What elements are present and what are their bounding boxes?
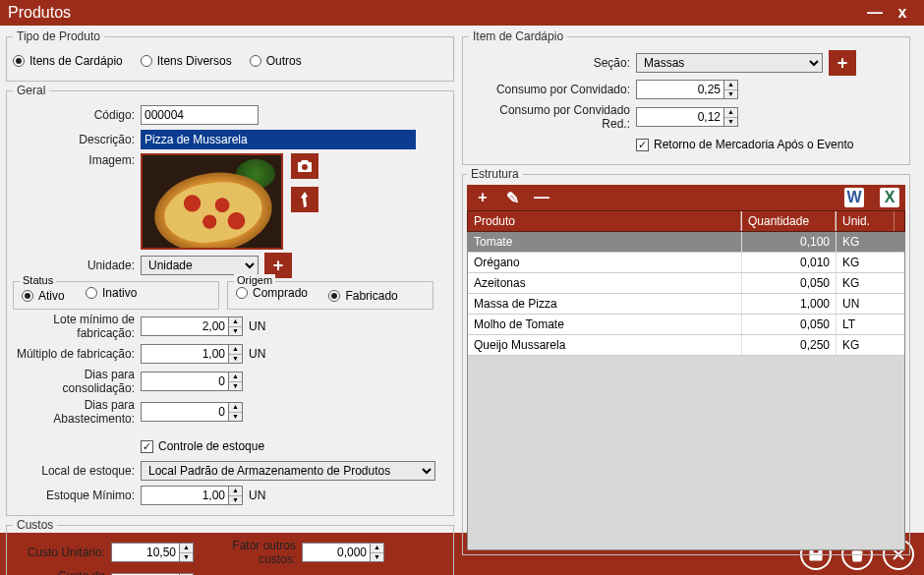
geral-legend: Geral [13, 84, 49, 97]
toolbar-edit-button[interactable]: ✎ [502, 188, 522, 207]
multiplo-label: Múltiplo de fabricação: [13, 347, 141, 361]
consumo-label: Consumo por Convidado: [469, 83, 636, 96]
col-unidade[interactable]: Unid. [836, 211, 895, 231]
estoque-min-unit: UN [249, 489, 272, 502]
cell-quantidade: 1,000 [741, 294, 836, 314]
radio-fabricado[interactable]: Fabricado [328, 289, 397, 303]
window-title: Produtos [8, 4, 861, 22]
fator-label: Fator outros custos: [194, 539, 302, 566]
unidade-select[interactable]: Unidade [141, 256, 259, 275]
codigo-label: Código: [13, 108, 141, 122]
custo-unitario-label: Custo Unitário: [13, 546, 111, 559]
titlebar: Produtos — x [0, 0, 924, 26]
close-button[interactable]: x [889, 4, 916, 22]
diasconsol-label: Dias para consolidação: [13, 368, 141, 395]
codigo-input[interactable] [141, 105, 259, 125]
local-estoque-label: Local de estoque: [13, 464, 141, 478]
col-quantidade[interactable]: Quantidade [741, 211, 836, 231]
tipo-produto-legend: Tipo de Produto [13, 29, 104, 43]
cell-produto: Molho de Tomate [468, 315, 741, 334]
cell-produto: Azeitonas [468, 273, 741, 293]
unidade-label: Unidade: [13, 259, 141, 272]
minimize-button[interactable]: — [861, 4, 889, 22]
estrutura-grid-header: Produto Quantidade Unid. [467, 210, 905, 232]
lote-input[interactable]: ▲▼ [141, 316, 243, 336]
custos-legend: Custos [13, 518, 57, 532]
descricao-label: Descrição: [13, 133, 141, 146]
radio-comprado[interactable]: Comprado [236, 286, 308, 300]
cell-unidade: KG [836, 232, 895, 252]
estrutura-toolbar: + ✎ — W X [467, 185, 905, 210]
cell-produto: Tomate [468, 232, 741, 252]
tipo-produto-group: Tipo de Produto Itens de Cardápio Itens … [6, 29, 454, 82]
estrutura-grid-body[interactable]: Tomate0,100KGOrégano0,010KGAzeitonas0,05… [467, 232, 905, 550]
multiplo-unit: UN [249, 347, 272, 361]
camera-button[interactable] [291, 153, 318, 179]
consumo-red-input[interactable]: ▲▼ [636, 107, 738, 127]
col-produto[interactable]: Produto [468, 211, 741, 231]
cell-unidade: KG [836, 273, 895, 293]
consumo-red-label: Consumo por Convidado Red.: [469, 103, 636, 131]
plus-icon: + [837, 53, 848, 74]
cell-unidade: UN [836, 294, 895, 314]
cell-produto: Massa de Pizza [468, 294, 741, 314]
estoque-min-label: Estoque Mínimo: [13, 489, 141, 502]
cell-unidade: LT [836, 315, 895, 334]
toolbar-add-button[interactable]: + [473, 188, 492, 207]
cell-quantidade: 0,100 [741, 232, 836, 252]
lote-label: Lote mínimo de fabricação: [13, 313, 141, 340]
export-word-button[interactable]: W [844, 188, 864, 207]
imagem-preview[interactable] [141, 153, 283, 250]
secao-select[interactable]: Massas [636, 53, 823, 73]
multiplo-input[interactable]: ▲▼ [141, 344, 243, 364]
item-cardapio-legend: Item de Cardápio [469, 29, 567, 43]
cell-quantidade: 0,250 [741, 335, 836, 355]
descricao-input[interactable] [141, 130, 416, 149]
diasconsol-input[interactable]: ▲▼ [141, 372, 243, 391]
controle-estoque-checkbox[interactable]: Controle de estoque [141, 439, 264, 453]
local-estoque-select[interactable]: Local Padrão de Armazenamento de Produto… [141, 461, 435, 481]
camera-icon [297, 159, 313, 173]
flashlight-icon [298, 192, 312, 207]
table-row[interactable]: Massa de Pizza1,000UN [468, 294, 904, 315]
radio-outros[interactable]: Outros [250, 54, 302, 68]
clear-image-button[interactable] [291, 187, 318, 212]
cell-unidade: KG [836, 253, 895, 272]
cell-unidade: KG [836, 335, 895, 355]
add-secao-button[interactable]: + [829, 50, 856, 76]
radio-inativo[interactable]: Inativo [86, 286, 137, 300]
table-row[interactable]: Queijo Mussarela0,250KG [468, 335, 904, 356]
geral-group: Geral Código: Descrição: Imagem: [6, 84, 454, 516]
toolbar-remove-button[interactable]: — [532, 188, 551, 207]
lote-unit: UN [249, 319, 272, 333]
custo-estrutura-label: Custo da Estrutura: [13, 569, 111, 575]
cell-quantidade: 0,050 [741, 273, 836, 293]
plus-icon: + [273, 256, 284, 276]
cell-quantidade: 0,010 [741, 253, 836, 272]
radio-itens-cardapio[interactable]: Itens de Cardápio [13, 54, 123, 68]
item-cardapio-group: Item de Cardápio Seção: Massas + Consumo… [462, 29, 910, 165]
table-row[interactable]: Tomate0,100KG [468, 232, 904, 253]
custo-unitario-input[interactable]: ▲▼ [111, 543, 194, 562]
origem-group: Origem Comprado Fabricado [227, 281, 433, 310]
fator-input[interactable]: ▲▼ [302, 543, 384, 562]
radio-ativo[interactable]: Ativo [22, 289, 65, 303]
diasabast-label: Dias para Abastecimento: [13, 398, 141, 426]
table-row[interactable]: Orégano0,010KG [468, 253, 904, 273]
table-row[interactable]: Molho de Tomate0,050LT [468, 315, 904, 335]
consumo-input[interactable]: ▲▼ [636, 80, 738, 99]
radio-itens-diversos[interactable]: Itens Diversos [141, 54, 232, 68]
estrutura-group: Estrutura + ✎ — W X Produto Quantidade U… [462, 167, 910, 555]
export-excel-button[interactable]: X [880, 188, 899, 207]
cell-produto: Queijo Mussarela [468, 335, 741, 355]
imagem-label: Imagem: [13, 153, 141, 167]
retorno-checkbox[interactable]: Retorno de Mercadoria Após o Evento [636, 138, 853, 151]
estrutura-legend: Estrutura [467, 167, 523, 181]
secao-label: Seção: [469, 56, 636, 70]
custos-group: Custos Custo Unitário: ▲▼ Fator outros c… [6, 518, 454, 575]
cell-quantidade: 0,050 [741, 315, 836, 334]
diasabast-input[interactable]: ▲▼ [141, 402, 243, 422]
estoque-min-input[interactable]: ▲▼ [141, 486, 243, 505]
status-group: Status Ativo Inativo [13, 281, 219, 310]
table-row[interactable]: Azeitonas0,050KG [468, 273, 904, 294]
